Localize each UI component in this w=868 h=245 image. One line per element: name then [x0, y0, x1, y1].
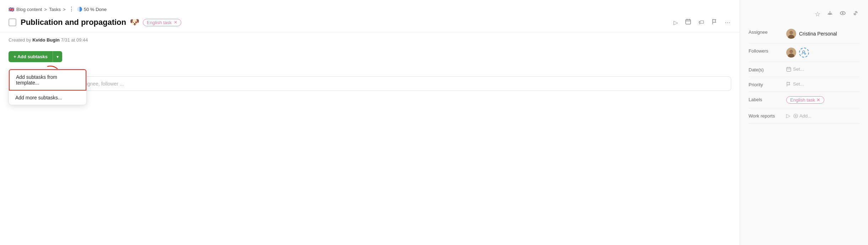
breadcrumb-tasks[interactable]: Tasks: [49, 7, 61, 12]
comment-section: 💬 Add a comment, assignee, follower ... …: [0, 70, 740, 111]
comment-box: 💬 Add a comment, assignee, follower ...: [9, 76, 731, 91]
english-task-tag: English task ✕: [143, 19, 181, 26]
followers-section: Followers: [749, 43, 859, 62]
flag-icon: 🇬🇧: [9, 7, 14, 12]
label-tag-english: English task ✕: [786, 96, 824, 104]
followers-label: Followers: [749, 48, 781, 54]
assignee-avatar[interactable]: [786, 29, 796, 39]
dates-section: Date(s) Set...: [749, 62, 859, 77]
breadcrumb-blog[interactable]: Blog content: [16, 7, 42, 12]
task-checkbox[interactable]: [9, 18, 16, 26]
play-button[interactable]: ▷: [673, 18, 679, 27]
task-header: Publication and propagation 🐶 English ta…: [0, 16, 740, 31]
svg-point-12: [842, 12, 843, 14]
author-name: Kvído Bugin: [32, 37, 60, 43]
add-subtasks-button[interactable]: + Add subtasks: [9, 51, 53, 62]
dog-emoji-icon: 🐶: [130, 18, 139, 27]
link-copy-button[interactable]: [852, 9, 859, 19]
priority-label: Priority: [749, 81, 781, 87]
divider: [0, 32, 740, 32]
followers-row: Followers:: [9, 95, 731, 105]
calendar-button[interactable]: [684, 18, 692, 27]
work-reports-label: Work reports: [749, 113, 781, 119]
more-subtasks-item[interactable]: Add more subtasks...: [9, 91, 86, 105]
right-sidebar: ☆ Assignee: [740, 0, 868, 245]
svg-rect-0: [686, 20, 691, 24]
more-options-button[interactable]: ⋯: [724, 18, 731, 27]
inbox-button[interactable]: [826, 9, 834, 19]
priority-section: Priority Set...: [749, 77, 859, 92]
svg-rect-22: [787, 67, 791, 71]
labels-section: Labels English task ✕: [749, 92, 859, 108]
dates-value[interactable]: Set...: [786, 66, 804, 72]
sep1: >: [44, 7, 47, 12]
priority-value[interactable]: Set...: [786, 81, 804, 87]
dropdown-menu: Add subtasks from template... Add more s…: [9, 69, 87, 105]
priority-set-placeholder: Set...: [786, 81, 804, 87]
flag-button[interactable]: [711, 18, 718, 27]
sidebar-actions: ☆: [749, 6, 859, 24]
dates-set-placeholder: Set...: [786, 66, 804, 72]
add-follower-button[interactable]: [799, 48, 809, 58]
work-reports-add-link[interactable]: Add...: [793, 113, 811, 119]
add-subtasks-dropdown-button[interactable]: ▾: [53, 51, 62, 62]
tag-remove-button[interactable]: ✕: [174, 20, 177, 25]
svg-point-14: [789, 31, 793, 34]
work-reports-play-button[interactable]: ▷: [786, 113, 791, 119]
labels-label: Labels: [749, 96, 781, 102]
add-subtasks-group: + Add subtasks ▾ Add subtasks from templ…: [9, 51, 62, 62]
subtask-area: + Add subtasks ▾ Add subtasks from templ…: [0, 46, 740, 67]
assignee-label: Assignee: [749, 29, 781, 35]
task-title: Publication and propagation 🐶 English ta…: [21, 18, 669, 27]
template-item[interactable]: Add subtasks from template...: [9, 69, 86, 91]
task-title-text: Publication and propagation: [21, 18, 126, 27]
assignee-section: Assignee Cristina Personal: [749, 24, 859, 43]
task-actions: ▷ 🏷 ⋯: [673, 18, 731, 27]
assignee-name: Cristina Personal: [799, 31, 837, 37]
meta-row: Created by Kvído Bugin 7/31 at 09:44: [0, 34, 740, 46]
dates-label: Date(s): [749, 66, 781, 72]
progress-dot-icon: [77, 7, 82, 12]
svg-point-17: [789, 50, 793, 53]
comment-input-box[interactable]: 💬 Add a comment, assignee, follower ...: [26, 76, 731, 91]
sep2: >: [63, 7, 66, 12]
progress-badge: 50 % Done: [77, 7, 107, 12]
labels-value: English task ✕: [786, 96, 824, 104]
work-reports-value: ▷ Add...: [786, 113, 811, 119]
label-remove-button[interactable]: ✕: [816, 97, 820, 103]
tag-button[interactable]: 🏷: [698, 18, 705, 26]
watch-button[interactable]: [839, 9, 847, 19]
breadcrumb: 🇬🇧 Blog content > Tasks > ⋮ 50 % Done: [0, 0, 740, 16]
work-reports-section: Work reports ▷ Add...: [749, 108, 859, 124]
follower-sidebar-avatar: [786, 48, 796, 58]
breadcrumb-more-button[interactable]: ⋮: [68, 6, 75, 12]
assignee-value: Cristina Personal: [786, 29, 837, 39]
star-button[interactable]: ☆: [814, 10, 821, 19]
followers-value: [786, 48, 809, 58]
